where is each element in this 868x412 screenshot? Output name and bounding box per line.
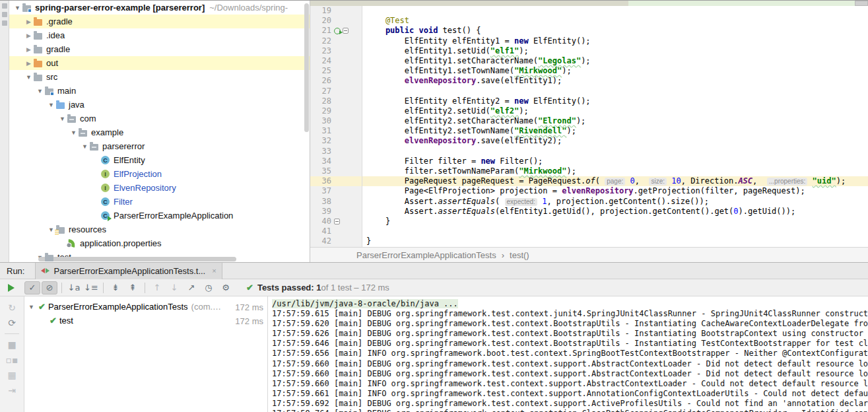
show-passed-icon[interactable]: ✓ [24, 281, 40, 294]
show-ignored-icon[interactable]: ⊘ [42, 281, 57, 294]
line-number[interactable]: 41 [310, 226, 331, 236]
chevron-down-icon[interactable]: ▼ [36, 88, 44, 94]
fold-marker-icon[interactable] [343, 28, 349, 34]
line-number[interactable]: 33 [310, 147, 331, 156]
code-line-39[interactable]: 39 Assert.assertEquals(elfEntity1.getUid… [310, 207, 868, 217]
code-line-28[interactable]: 28 ElfEntity elfEntity2 = new ElfEntity(… [310, 96, 868, 106]
code-line-37[interactable]: 37 Page<ElfProjection> projection = elve… [310, 186, 868, 196]
console-output[interactable]: /usr/lib/jvm/java-8-oracle/bin/java ...1… [268, 296, 868, 412]
project-horizontal-scrollbar[interactable] [38, 257, 236, 261]
line-number[interactable]: 39 [310, 207, 331, 217]
line-number[interactable]: 40 [310, 217, 331, 226]
code-line-42[interactable]: 42} [310, 236, 868, 246]
test-case-row[interactable]: ✔ test 172 ms [24, 314, 267, 327]
collapse-all-icon[interactable]: ⇞ [125, 281, 141, 294]
tree-item-out[interactable]: ▶out [9, 56, 310, 70]
tree-item-filter[interactable]: CFilter [9, 195, 310, 209]
chevron-right-icon[interactable]: ▶ [24, 46, 33, 53]
run-play-icon[interactable] [8, 284, 15, 292]
line-number[interactable]: 26 [310, 76, 331, 86]
code-line-40[interactable]: 40 } [310, 217, 868, 226]
line-number[interactable]: 23 [310, 46, 331, 56]
tool-window-stripe[interactable] [0, 1, 9, 262]
line-number[interactable]: 34 [310, 156, 331, 166]
code-line-32[interactable]: 32 elvenRepository.save(elfEntity2); [310, 136, 868, 146]
run-test-gutter-icon[interactable] [334, 28, 341, 34]
tree-item-example[interactable]: ▼example [9, 125, 310, 139]
line-number[interactable]: 35 [310, 166, 331, 176]
next-failed-test-icon[interactable]: ↓ [166, 281, 182, 294]
tree-item-elvenrepository[interactable]: IElvenRepository [9, 181, 310, 195]
tree-item-main[interactable]: ▼main [9, 84, 310, 98]
code-line-38[interactable]: 38 Assert.assertEquals( expected: 1, pro… [310, 197, 868, 207]
line-number[interactable]: 25 [310, 66, 331, 76]
chevron-down-icon[interactable]: ▼ [27, 304, 36, 310]
chevron-down-icon[interactable]: ▼ [58, 116, 67, 122]
chevron-down-icon[interactable]: ▼ [47, 102, 55, 108]
code-line-22[interactable]: 22 ElfEntity elfEntity1 = new ElfEntity(… [310, 36, 868, 46]
toggle-auto-test-icon[interactable]: ▦ [7, 370, 16, 380]
editor-scrollbar-corner[interactable] [855, 1, 868, 6]
tree-item-gradle[interactable]: ▶gradle [9, 42, 310, 56]
line-number[interactable]: 19 [310, 6, 331, 16]
chevron-down-icon[interactable]: ▼ [69, 129, 78, 136]
test-history-icon[interactable]: ◷ [201, 281, 217, 294]
close-tab-icon[interactable]: × [212, 267, 216, 275]
line-number[interactable]: 20 [310, 16, 331, 26]
code-line-29[interactable]: 29 elfEntity2.setUid("elf2"); [310, 106, 868, 116]
code-line-31[interactable]: 31 elfEntity2.setTownName("Rivendell"); [310, 126, 868, 136]
code-line-20[interactable]: 20 @Test [310, 16, 868, 26]
chevron-right-icon[interactable]: ▶ [24, 32, 33, 39]
test-suite-row[interactable]: ▼ ✔ ParserErrorExampleApplicationTests (… [24, 300, 267, 314]
expand-all-icon[interactable]: ⇟ [108, 281, 123, 294]
code-line-27[interactable]: 27 [310, 86, 868, 96]
tree-item-src[interactable]: ▼src [9, 70, 310, 84]
code-line-36[interactable]: 36 PageRequest pageRequest = PageRequest… [310, 176, 868, 186]
code-line-30[interactable]: 30 elfEntity2.setCharacterName("Elrond")… [310, 116, 868, 126]
chevron-down-icon[interactable]: ▼ [13, 5, 22, 11]
code-line-23[interactable]: 23 elfEntity1.setUid("elf1"); [310, 46, 868, 56]
rerun-failed-tests-icon[interactable]: ⟳ [8, 318, 16, 327]
code-line-21[interactable]: 21 public void test() { [310, 26, 868, 36]
sort-alphabetically-icon[interactable]: ↓a [66, 281, 82, 294]
line-number[interactable]: 29 [310, 106, 331, 116]
rerun-icon[interactable]: ↻ [8, 303, 16, 312]
line-number[interactable]: 42 [310, 236, 331, 246]
tree-item-com[interactable]: ▼com [9, 112, 310, 125]
code-line-19[interactable]: 19 [310, 6, 868, 16]
tree-item-parsererrorexampleapplication[interactable]: CParserErrorExampleApplication [9, 209, 310, 223]
line-number[interactable]: 22 [310, 36, 331, 46]
tree-item-spring-parser-error-example-parsererror-[interactable]: ▼spring-parser-error-example [parsererro… [9, 1, 310, 15]
code-line-41[interactable]: 41 [310, 226, 868, 236]
tree-item-resources[interactable]: ▼resources [9, 223, 310, 236]
code-line-25[interactable]: 25 elfEntity1.setTownName("Mirkwood"); [310, 66, 868, 76]
dump-threads-icon[interactable]: ▫▪ [6, 355, 18, 364]
previous-failed-test-icon[interactable]: ↑ [149, 281, 165, 294]
line-number[interactable]: 38 [310, 197, 331, 207]
run-tab[interactable]: ParserErrorExampleApplicationTests.t... … [35, 263, 222, 279]
tree-item-.gradle[interactable]: ▶.gradle [9, 15, 310, 28]
line-number[interactable]: 21 [310, 26, 331, 36]
tree-item-elfprojection[interactable]: IElfProjection [9, 167, 310, 181]
line-number[interactable]: 24 [310, 56, 331, 66]
project-vertical-scrollbar[interactable] [304, 3, 309, 132]
chevron-down-icon[interactable]: ▼ [24, 74, 33, 81]
tree-item-elfentity[interactable]: CElfEntity [9, 153, 310, 167]
line-number[interactable]: 27 [310, 86, 331, 96]
tree-item-java[interactable]: ▼java [9, 98, 310, 112]
tree-item-.idea[interactable]: ▶.idea [9, 28, 310, 42]
line-number[interactable]: 28 [310, 96, 331, 106]
code-line-24[interactable]: 24 elfEntity1.setCharacterName("Legolas"… [310, 56, 868, 66]
code-line-35[interactable]: 35 filter.setTownNameParam("Mirkwood"); [310, 166, 868, 176]
breadcrumb-class[interactable]: ParserErrorExampleApplicationTests [356, 250, 496, 260]
code-line-34[interactable]: 34 Filter filter = new Filter(); [310, 156, 868, 166]
tree-item-parsererror[interactable]: ▼parsererror [9, 139, 310, 153]
chevron-right-icon[interactable]: ▶ [24, 18, 33, 25]
breadcrumb-method[interactable]: test() [510, 250, 529, 260]
line-number[interactable]: 36 [310, 176, 331, 186]
line-number[interactable]: 30 [310, 116, 331, 126]
stop-icon[interactable]: ■ [7, 340, 16, 349]
code-line-33[interactable]: 33 [310, 147, 868, 156]
jump-to-source-icon[interactable]: ⇥ [8, 386, 16, 395]
code-line-26[interactable]: 26 elvenRepository.save(elfEntity1); [310, 76, 868, 86]
